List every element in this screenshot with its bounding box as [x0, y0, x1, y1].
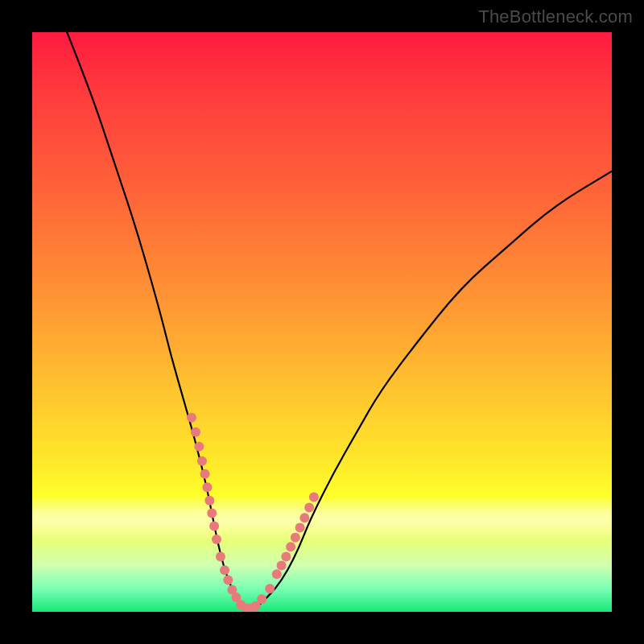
marker-dot [197, 456, 207, 466]
marker-dot [291, 533, 300, 543]
marker-dot [204, 496, 214, 506]
marker-dot [299, 513, 309, 522]
marker-dot [212, 535, 221, 544]
marker-dot [265, 584, 275, 593]
marker-dot [202, 482, 212, 492]
marker-dot [257, 594, 266, 604]
marker-dot [286, 542, 295, 551]
marker-dot [220, 565, 229, 575]
bottleneck-curve [67, 32, 612, 609]
marker-dot [223, 575, 233, 584]
marker-dots [187, 413, 319, 612]
marker-dot [309, 492, 319, 502]
marker-dot [207, 509, 217, 518]
marker-dot [216, 552, 225, 562]
watermark-text: TheBottleneck.com [478, 6, 633, 27]
marker-dot [277, 560, 287, 570]
marker-dot [272, 569, 282, 579]
marker-dot [209, 521, 219, 530]
marker-dot [200, 469, 210, 479]
marker-dot [187, 413, 196, 423]
chart-frame: TheBottleneck.com [0, 0, 644, 644]
marker-dot [191, 427, 200, 437]
marker-dot [295, 523, 305, 533]
marker-dot [304, 502, 314, 512]
marker-dot [281, 552, 291, 562]
curve-layer [32, 32, 612, 612]
marker-dot [194, 442, 204, 452]
plot-area [32, 32, 612, 612]
